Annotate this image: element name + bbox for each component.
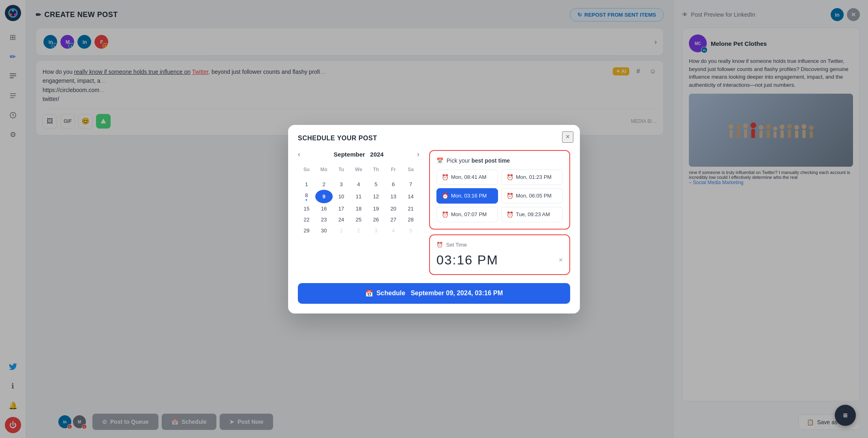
- calendar-week-2: 8 9 10 11 12 13 14: [298, 190, 419, 203]
- cal-day-11[interactable]: 11: [350, 190, 368, 203]
- cal-day-empty: [350, 174, 368, 179]
- calendar-grid: Su Mo Tu We Th Fr Sa: [298, 165, 419, 236]
- cal-day-10[interactable]: 10: [333, 190, 350, 203]
- cal-day-empty: 5: [402, 225, 419, 236]
- time-chip-3[interactable]: ⏰ Mon, 03:16 PM: [436, 188, 498, 204]
- schedule-confirm-icon: 📅: [365, 290, 373, 297]
- time-label-1: Mon, 08:41 AM: [451, 174, 486, 180]
- cal-day-6[interactable]: 6: [385, 179, 402, 190]
- cal-day-29[interactable]: 29: [298, 225, 315, 236]
- time-clear-button[interactable]: ×: [558, 256, 563, 264]
- schedule-modal: × SCHEDULE YOUR POST ‹ September 2024 ›: [288, 125, 580, 313]
- cal-day-empty: [367, 174, 385, 179]
- modal-close-button[interactable]: ×: [562, 131, 573, 143]
- cal-day-empty: [315, 174, 333, 179]
- cal-day-empty: [298, 174, 315, 179]
- calendar-week-0: [298, 174, 419, 179]
- cal-day-empty: 3: [367, 225, 385, 236]
- best-time-card: 📅 Pick your best post time ⏰ Mon, 08:41 …: [429, 150, 570, 230]
- cal-day-15[interactable]: 15: [298, 203, 315, 214]
- dow-we: We: [350, 165, 368, 174]
- cal-day-empty: [402, 174, 419, 179]
- calendar-week-3: 15 16 17 18 19 20 21: [298, 203, 419, 214]
- dow-mo: Mo: [315, 165, 333, 174]
- clock-icon-3: ⏰: [442, 193, 449, 199]
- cal-day-18[interactable]: 18: [350, 203, 368, 214]
- cal-day-empty: [333, 174, 350, 179]
- cal-day-21[interactable]: 21: [402, 203, 419, 214]
- cal-day-25[interactable]: 25: [350, 214, 368, 225]
- clock-icon-4: ⏰: [507, 193, 513, 199]
- clock-icon-2: ⏰: [507, 174, 513, 180]
- cal-day-22[interactable]: 22: [298, 214, 315, 225]
- cal-day-24[interactable]: 24: [333, 214, 350, 225]
- calendar-year: 2024: [370, 151, 383, 158]
- set-time-section: ⏰ Set Time 03:16 PM ×: [429, 234, 570, 275]
- cal-day-7[interactable]: 7: [402, 179, 419, 190]
- time-label-5: Mon, 07:07 PM: [451, 211, 487, 217]
- time-chip-6[interactable]: ⏰ Tue, 09:23 AM: [501, 207, 563, 222]
- time-label-2: Mon, 01:23 PM: [516, 174, 552, 180]
- dow-tu: Tu: [333, 165, 350, 174]
- time-chip-4[interactable]: ⏰ Mon, 06:05 PM: [501, 188, 563, 204]
- cal-day-28[interactable]: 28: [402, 214, 419, 225]
- set-time-display: 03:16 PM ×: [436, 253, 563, 268]
- calendar-icon: 📅: [436, 157, 443, 164]
- dow-th: Th: [367, 165, 385, 174]
- cal-day-12[interactable]: 12: [367, 190, 385, 203]
- time-chip-2[interactable]: ⏰ Mon, 01:23 PM: [501, 170, 563, 185]
- cal-day-4[interactable]: 4: [350, 179, 368, 190]
- cal-day-2[interactable]: 2: [315, 179, 333, 190]
- modal-body: ‹ September 2024 › Su Mo Tu We: [298, 150, 570, 275]
- best-time-label: Pick your best post time: [447, 157, 510, 164]
- calendar-header: ‹ September 2024 ›: [298, 150, 419, 159]
- calendar-section: ‹ September 2024 › Su Mo Tu We: [298, 150, 419, 275]
- cal-day-8[interactable]: 8: [298, 190, 315, 203]
- calendar-week-5: 29 30 1 2 3 4 5: [298, 225, 419, 236]
- cal-day-empty: 1: [333, 225, 350, 236]
- calendar-month: September: [334, 151, 365, 158]
- calendar-month-year: September 2024: [334, 151, 383, 158]
- set-time-header: ⏰ Set Time: [436, 242, 563, 248]
- dow-sa: Sa: [402, 165, 419, 174]
- cal-day-14[interactable]: 14: [402, 190, 419, 203]
- cal-day-23[interactable]: 23: [315, 214, 333, 225]
- clock-icon-1: ⏰: [442, 174, 449, 180]
- time-section: 📅 Pick your best post time ⏰ Mon, 08:41 …: [429, 150, 570, 275]
- cal-day-1[interactable]: 1: [298, 179, 315, 190]
- cal-day-3[interactable]: 3: [333, 179, 350, 190]
- schedule-confirm-button[interactable]: 📅 Schedule September 09, 2024, 03:16 PM: [298, 283, 570, 304]
- cal-day-17[interactable]: 17: [333, 203, 350, 214]
- cal-day-27[interactable]: 27: [385, 214, 402, 225]
- calendar-next-button[interactable]: ›: [417, 150, 419, 159]
- schedule-modal-overlay[interactable]: × SCHEDULE YOUR POST ‹ September 2024 ›: [0, 0, 868, 438]
- calendar-week-1: 1 2 3 4 5 6 7: [298, 179, 419, 190]
- cal-day-16[interactable]: 16: [315, 203, 333, 214]
- dow-su: Su: [298, 165, 315, 174]
- calendar-prev-button[interactable]: ‹: [298, 150, 300, 159]
- cal-day-19[interactable]: 19: [367, 203, 385, 214]
- cal-day-20[interactable]: 20: [385, 203, 402, 214]
- fab-button[interactable]: ≡: [835, 405, 856, 426]
- time-grid: ⏰ Mon, 08:41 AM ⏰ Mon, 01:23 PM ⏰ Mon, 0…: [436, 170, 563, 222]
- fab-icon: ≡: [843, 411, 848, 420]
- time-label-4: Mon, 06:05 PM: [516, 193, 552, 199]
- cal-day-13[interactable]: 13: [385, 190, 402, 203]
- cal-day-5[interactable]: 5: [367, 179, 385, 190]
- clock-icon-5: ⏰: [442, 211, 449, 218]
- time-chip-1[interactable]: ⏰ Mon, 08:41 AM: [436, 170, 498, 185]
- time-chip-5[interactable]: ⏰ Mon, 07:07 PM: [436, 207, 498, 222]
- time-value[interactable]: 03:16 PM: [436, 253, 498, 268]
- cal-day-9[interactable]: 9: [315, 190, 333, 203]
- time-label-3: Mon, 03:16 PM: [451, 193, 487, 199]
- calendar-week-4: 22 23 24 25 26 27 28: [298, 214, 419, 225]
- modal-title: SCHEDULE YOUR POST: [298, 135, 570, 142]
- set-time-label: Set Time: [446, 242, 467, 248]
- cal-day-empty: [385, 174, 402, 179]
- cal-day-empty: 4: [385, 225, 402, 236]
- cal-day-26[interactable]: 26: [367, 214, 385, 225]
- time-label-6: Tue, 09:23 AM: [516, 211, 550, 217]
- best-time-header: 📅 Pick your best post time: [436, 157, 563, 164]
- clock-icon-6: ⏰: [507, 211, 513, 218]
- cal-day-30[interactable]: 30: [315, 225, 333, 236]
